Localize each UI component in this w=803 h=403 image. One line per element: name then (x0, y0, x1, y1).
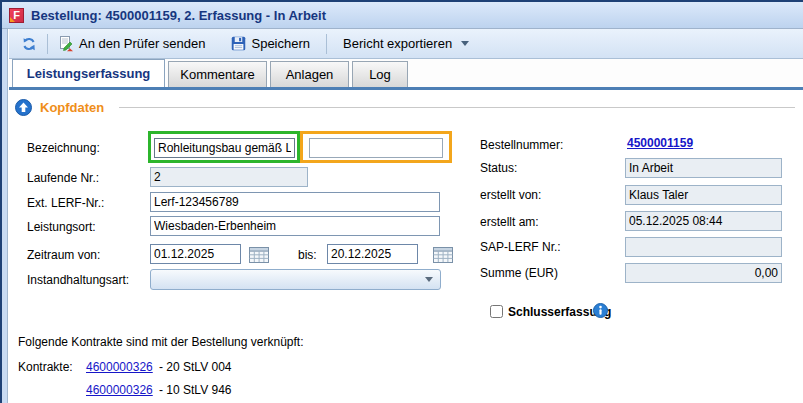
kontrakte-label: Kontrakte: (18, 360, 73, 374)
save-label: Speichern (251, 36, 310, 51)
sap-lerf-nr-label: SAP-LERF Nr.: (480, 240, 561, 254)
erstellt-am-label: erstellt am: (480, 215, 539, 229)
laufende-nr-label: Laufende Nr.: (27, 171, 99, 185)
tab-log[interactable]: Log (352, 61, 408, 87)
calendar-icon (249, 246, 269, 263)
chevron-down-icon (425, 277, 433, 282)
instandhaltungsart-dropdown[interactable] (150, 269, 441, 290)
bestellnummer-label: Bestellnummer: (480, 138, 563, 152)
kontrakt-link[interactable]: 4600000326 (86, 360, 153, 374)
chevron-down-icon (461, 41, 469, 46)
status-label: Status: (480, 161, 517, 175)
title-bar: F Bestellung: 4500001159, 2. Erfassung -… (2, 2, 803, 29)
kontrakt-suffix: - 10 StLV 946 (159, 383, 232, 397)
calendar-bis-button[interactable] (433, 245, 454, 263)
refresh-icon (21, 36, 37, 52)
export-report-button[interactable]: Bericht exportieren (337, 33, 475, 54)
save-button[interactable]: Speichern (225, 33, 316, 54)
export-report-label: Bericht exportieren (343, 36, 452, 51)
send-to-reviewer-label: An den Prüfer senden (79, 36, 205, 51)
erstellt-von-label: erstellt von: (480, 188, 541, 202)
ext-lerf-nr-label: Ext. LERF-Nr.: (27, 196, 104, 210)
kontrakt-suffix: - 20 StLV 004 (159, 360, 232, 374)
window-title: Bestellung: 4500001159, 2. Erfassung - I… (31, 8, 326, 23)
annotation-orange-box (300, 131, 452, 163)
info-icon[interactable] (593, 303, 608, 318)
zeitraum-von-input[interactable] (150, 244, 241, 264)
circle-arrow-up-icon (15, 99, 32, 116)
tab-leistungserfassung[interactable]: Leistungserfassung (12, 59, 165, 87)
leistungsort-input[interactable] (150, 216, 440, 236)
laufende-nr-field (150, 167, 308, 187)
send-document-icon (58, 36, 74, 52)
erstellt-von-field (625, 185, 782, 205)
schlusserfassung-checkbox[interactable] (490, 305, 503, 318)
bezeichnung-extra-input[interactable] (309, 138, 443, 158)
send-to-reviewer-button[interactable]: An den Prüfer senden (52, 33, 211, 55)
bestellung-window: F Bestellung: 4500001159, 2. Erfassung -… (0, 0, 803, 403)
tab-strip: Leistungserfassung Kommentare Anlagen Lo… (9, 59, 803, 90)
toolbar-separator (326, 34, 327, 54)
summe-label: Summe (EUR) (480, 266, 558, 280)
sap-lerf-nr-field (625, 237, 782, 257)
app-logo-icon: F (9, 8, 24, 23)
summe-field (625, 263, 782, 283)
section-collapse-button[interactable] (15, 99, 32, 116)
bezeichnung-input[interactable] (154, 138, 295, 158)
ext-lerf-nr-input[interactable] (150, 192, 440, 212)
refresh-button[interactable] (15, 33, 43, 55)
erstellt-am-field (625, 211, 782, 231)
annotation-green-box (148, 131, 300, 163)
bezeichnung-label: Bezeichnung: (27, 141, 100, 155)
toolbar-separator (47, 34, 48, 54)
toolbar: An den Prüfer senden Speichern Bericht e… (9, 29, 803, 59)
calendar-icon (433, 246, 453, 263)
zeitraum-von-label: Zeitraum von: (27, 248, 100, 262)
bestellnummer-link[interactable]: 4500001159 (627, 136, 693, 150)
section-title-kopfdaten: Kopfdaten (40, 100, 104, 115)
kontrakte-intro: Folgende Kontrakte sind mit der Bestellu… (18, 335, 304, 349)
tab-kommentare[interactable]: Kommentare (168, 61, 267, 87)
section-rule (119, 107, 795, 108)
instandhaltungsart-label: Instandhaltungsart: (27, 273, 129, 287)
zeitraum-bis-input[interactable] (327, 244, 418, 264)
window-left-frame (2, 29, 8, 403)
save-disk-icon (231, 36, 246, 51)
zeitraum-bis-label: bis: (298, 248, 317, 262)
kontrakt-link[interactable]: 4600000326 (86, 383, 153, 397)
status-field (625, 158, 782, 178)
content-panel: Kopfdaten Bezeichnung: Laufende Nr.: Ext… (9, 90, 803, 403)
tab-anlagen[interactable]: Anlagen (270, 61, 349, 87)
calendar-von-button[interactable] (249, 245, 270, 263)
leistungsort-label: Leistungsort: (27, 220, 96, 234)
